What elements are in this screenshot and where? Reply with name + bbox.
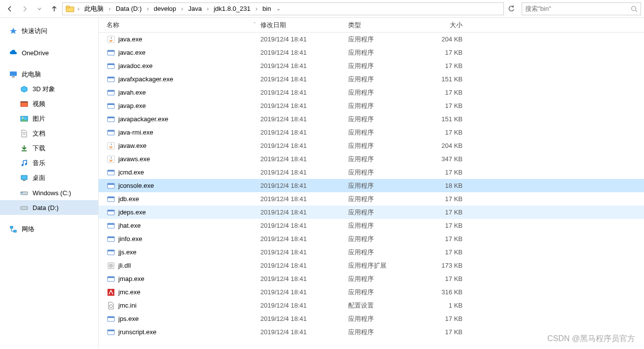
sidebar-downloads[interactable]: 下载 [0, 141, 98, 156]
file-icon [107, 48, 115, 57]
chevron-right-icon: › [74, 5, 82, 12]
column-header-name[interactable]: 名称ˆ [105, 21, 260, 30]
sidebar-documents[interactable]: 文档 [0, 126, 98, 141]
file-icon [107, 314, 115, 323]
back-button[interactable] [3, 2, 17, 16]
table-row[interactable]: jdb.exe2019/12/4 18:41应用程序17 KB [99, 192, 644, 206]
file-date: 2019/12/4 18:41 [260, 142, 348, 149]
svg-rect-4 [10, 71, 17, 76]
table-row[interactable]: jconsole.exe2019/12/4 18:41应用程序18 KB [99, 179, 644, 192]
table-row[interactable]: jdeps.exe2019/12/4 18:41应用程序17 KB [99, 206, 644, 219]
search-input[interactable] [525, 5, 631, 12]
column-header-size[interactable]: 大小 [422, 21, 467, 30]
file-size: 17 KB [422, 235, 467, 243]
sidebar-item-label: 快速访问 [22, 27, 47, 35]
column-header-type[interactable]: 类型 [348, 21, 422, 30]
table-row[interactable]: javafxpackager.exe2019/12/4 18:41应用程序151… [99, 72, 644, 86]
file-icon [107, 102, 115, 110]
table-row[interactable]: javac.exe2019/12/4 18:41应用程序17 KB [99, 46, 644, 59]
file-type: 应用程序 [348, 235, 422, 244]
refresh-button[interactable] [505, 5, 518, 13]
table-row[interactable]: javapackager.exe2019/12/4 18:41应用程序151 K… [99, 112, 644, 126]
table-row[interactable]: javaw.exe2019/12/4 18:41应用程序204 KB [99, 139, 644, 152]
breadcrumb-item[interactable]: develop [152, 4, 179, 13]
svg-rect-61 [107, 316, 114, 318]
table-row[interactable]: jinfo.exe2019/12/4 18:41应用程序17 KB [99, 232, 644, 245]
sidebar-onedrive[interactable]: OneDrive [0, 45, 98, 60]
table-row[interactable]: javadoc.exe2019/12/4 18:41应用程序17 KB [99, 59, 644, 72]
file-icon [107, 195, 115, 204]
recent-dropdown[interactable] [33, 2, 46, 16]
file-icon [107, 301, 115, 310]
file-size: 17 KB [422, 195, 467, 203]
svg-rect-44 [107, 197, 114, 198]
sidebar-3d-objects[interactable]: 3D 对象 [0, 82, 98, 97]
file-icon [107, 141, 115, 150]
file-date: 2019/12/4 18:41 [260, 155, 348, 163]
file-icon [107, 168, 115, 177]
up-button[interactable] [47, 2, 61, 16]
forward-button[interactable] [18, 2, 32, 16]
sidebar-pictures[interactable]: 图片 [0, 111, 98, 126]
column-header-date[interactable]: 修改日期 [260, 21, 348, 30]
breadcrumb-item[interactable]: Java [186, 4, 204, 13]
table-row[interactable]: jrunscript.exe2019/12/4 18:41应用程序17 KB [99, 325, 644, 339]
file-type: 应用程序 [348, 115, 422, 124]
table-row[interactable]: jli.dll2019/12/4 18:41应用程序扩展173 KB [99, 259, 644, 272]
file-name: jconsole.exe [118, 182, 154, 189]
file-date: 2019/12/4 18:41 [260, 222, 348, 229]
table-row[interactable]: jjs.exe2019/12/4 18:41应用程序17 KB [99, 245, 644, 259]
file-type: 应用程序 [348, 314, 422, 323]
sidebar-quick-access[interactable]: 快速访问 [0, 24, 98, 38]
table-row[interactable]: javah.exe2019/12/4 18:41应用程序17 KB [99, 86, 644, 99]
table-row[interactable]: javap.exe2019/12/4 18:41应用程序17 KB [99, 99, 644, 112]
chevron-down-icon[interactable]: ⌄ [276, 5, 281, 12]
table-row[interactable]: jmc.ini2019/12/4 18:41配置设置1 KB [99, 299, 644, 312]
sidebar-this-pc[interactable]: 此电脑 [0, 67, 98, 82]
sidebar-item-label: 网络 [22, 225, 35, 234]
sidebar-desktop[interactable]: 桌面 [0, 171, 98, 185]
file-size: 17 KB [422, 315, 467, 322]
breadcrumb-item[interactable]: bin [260, 4, 273, 13]
svg-rect-40 [107, 170, 114, 172]
computer-icon [9, 70, 18, 79]
file-date: 2019/12/4 18:41 [260, 302, 348, 309]
table-row[interactable]: jmap.exe2019/12/4 18:41应用程序17 KB [99, 272, 644, 285]
svg-rect-21 [14, 230, 16, 232]
search-icon[interactable] [631, 5, 638, 12]
file-date: 2019/12/4 18:41 [260, 115, 348, 123]
breadcrumb-item[interactable]: jdk1.8.0_231 [212, 4, 252, 13]
file-size: 17 KB [422, 222, 467, 229]
file-size: 151 KB [422, 75, 467, 83]
sidebar-network[interactable]: 网络 [0, 222, 98, 237]
table-row[interactable]: jmc.exe2019/12/4 18:41应用程序316 KB [99, 285, 644, 299]
sidebar-item-label: 视频 [33, 100, 45, 108]
table-row[interactable]: jcmd.exe2019/12/4 18:41应用程序17 KB [99, 166, 644, 179]
sidebar-drive-c[interactable]: Windows (C:) [0, 185, 98, 200]
file-size: 151 KB [422, 115, 467, 123]
file-date: 2019/12/4 18:41 [260, 49, 348, 56]
file-size: 17 KB [422, 169, 467, 176]
file-type: 应用程序 [348, 248, 422, 257]
table-row[interactable]: javaws.exe2019/12/4 18:41应用程序347 KB [99, 152, 644, 166]
file-date: 2019/12/4 18:41 [260, 209, 348, 216]
breadcrumb-item[interactable]: Data (D:) [114, 4, 144, 13]
file-date: 2019/12/4 18:41 [260, 248, 348, 256]
file-list[interactable]: java.exe2019/12/4 18:41应用程序204 KBjavac.e… [99, 33, 644, 349]
svg-rect-63 [107, 330, 114, 331]
sidebar-drive-d[interactable]: Data (D:) [0, 200, 98, 215]
sidebar-item-label: OneDrive [22, 49, 49, 57]
svg-point-13 [22, 164, 24, 166]
file-type: 应用程序 [348, 208, 422, 217]
svg-rect-28 [107, 77, 114, 78]
table-row[interactable]: java-rmi.exe2019/12/4 18:41应用程序17 KB [99, 126, 644, 139]
sidebar-music[interactable]: 音乐 [0, 156, 98, 171]
table-row[interactable]: jps.exe2019/12/4 18:41应用程序17 KB [99, 312, 644, 325]
file-type: 应用程序 [348, 155, 422, 164]
breadcrumb-item[interactable]: 此电脑 [82, 4, 106, 13]
breadcrumb[interactable]: › 此电脑›Data (D:)›develop›Java›jdk1.8.0_23… [62, 2, 504, 15]
table-row[interactable]: java.exe2019/12/4 18:41应用程序204 KB [99, 33, 644, 46]
sidebar-videos[interactable]: 视频 [0, 97, 98, 111]
search-box[interactable] [522, 2, 641, 15]
table-row[interactable]: jhat.exe2019/12/4 18:41应用程序17 KB [99, 219, 644, 232]
